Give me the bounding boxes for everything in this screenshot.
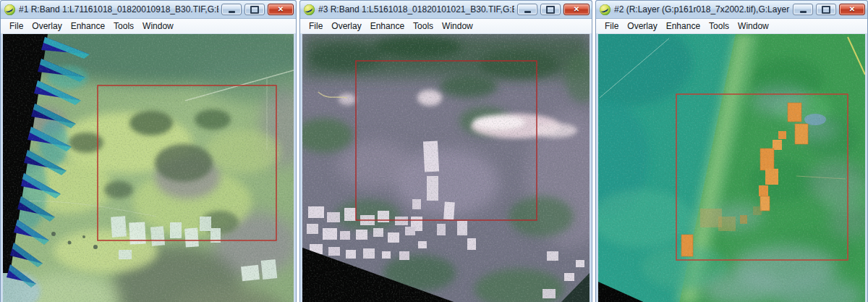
menu-overlay[interactable]: Overlay (27, 20, 66, 33)
app-icon (600, 4, 610, 15)
window-title: #1 R:Band 1:L71161018_01820010918_B30.TI… (19, 4, 218, 14)
maximize-icon (250, 6, 259, 14)
minimize-button[interactable] (517, 4, 537, 15)
titlebar[interactable]: #1 R:Band 1:L71161018_01820010918_B30.TI… (1, 1, 296, 19)
titlebar[interactable]: #3 R:Band 1:L5161018_01820101021_B30.TIF… (300, 1, 592, 19)
maximize-button[interactable] (540, 4, 561, 15)
menu-file[interactable]: File (5, 20, 27, 33)
close-icon: ✕ (849, 6, 855, 13)
app-icon (4, 4, 15, 15)
window-controls: ✕ (793, 4, 865, 15)
viewer-window-2: #3 R:Band 1:L5161018_01820101021_B30.TIF… (299, 0, 592, 302)
minimize-button[interactable] (221, 4, 242, 15)
menu-enhance[interactable]: Enhance (366, 20, 409, 33)
landsat-scene-2 (302, 34, 590, 302)
titlebar[interactable]: #2 (R:Layer (G:p161r018_7x2002.tif),G:La… (596, 1, 867, 19)
window-controls: ✕ (517, 4, 590, 15)
menu-window[interactable]: Window (138, 20, 178, 33)
maximize-button[interactable] (244, 4, 265, 15)
viewer-window-3: #2 (R:Layer (G:p161r018_7x2002.tif),G:La… (595, 0, 868, 302)
minimize-icon (524, 11, 531, 13)
window-title: #3 R:Band 1:L5161018_01820101021_B30.TIF… (318, 4, 514, 14)
close-icon: ✕ (278, 6, 284, 13)
menu-overlay[interactable]: Overlay (623, 20, 661, 33)
menubar: File Overlay Enhance Tools Window (596, 19, 867, 34)
menu-tools[interactable]: Tools (409, 20, 438, 33)
image-canvas-3[interactable] (596, 34, 867, 302)
menu-window[interactable]: Window (733, 20, 773, 33)
maximize-button[interactable] (816, 4, 836, 15)
app-icon (304, 4, 315, 15)
image-canvas-2[interactable] (300, 34, 592, 302)
close-button[interactable]: ✕ (268, 4, 294, 15)
close-button[interactable]: ✕ (839, 4, 865, 15)
menu-file[interactable]: File (305, 20, 327, 33)
landsat-scene-1 (3, 34, 294, 302)
maximize-icon (822, 6, 830, 14)
image-canvas-1[interactable] (1, 34, 296, 302)
window-controls: ✕ (221, 4, 294, 15)
close-icon: ✕ (574, 6, 579, 13)
desktop: #1 R:Band 1:L71161018_01820010918_B30.TI… (0, 0, 868, 302)
menu-enhance[interactable]: Enhance (662, 20, 705, 33)
menubar: File Overlay Enhance Tools Window (300, 19, 592, 34)
menu-overlay[interactable]: Overlay (327, 20, 365, 33)
minimize-icon (229, 11, 235, 13)
menu-window[interactable]: Window (438, 20, 477, 33)
menu-enhance[interactable]: Enhance (67, 20, 109, 33)
minimize-button[interactable] (793, 4, 813, 15)
viewer-window-1: #1 R:Band 1:L71161018_01820010918_B30.TI… (0, 0, 297, 302)
close-button[interactable]: ✕ (563, 4, 590, 15)
maximize-icon (546, 6, 555, 14)
menu-file[interactable]: File (600, 20, 623, 33)
menubar: File Overlay Enhance Tools Window (1, 19, 296, 34)
window-title: #2 (R:Layer (G:p161r018_7x2002.tif),G:La… (614, 4, 790, 14)
landsat-scene-3 (598, 34, 865, 302)
menu-tools[interactable]: Tools (705, 20, 733, 33)
menu-tools[interactable]: Tools (109, 20, 138, 33)
minimize-icon (800, 11, 807, 13)
